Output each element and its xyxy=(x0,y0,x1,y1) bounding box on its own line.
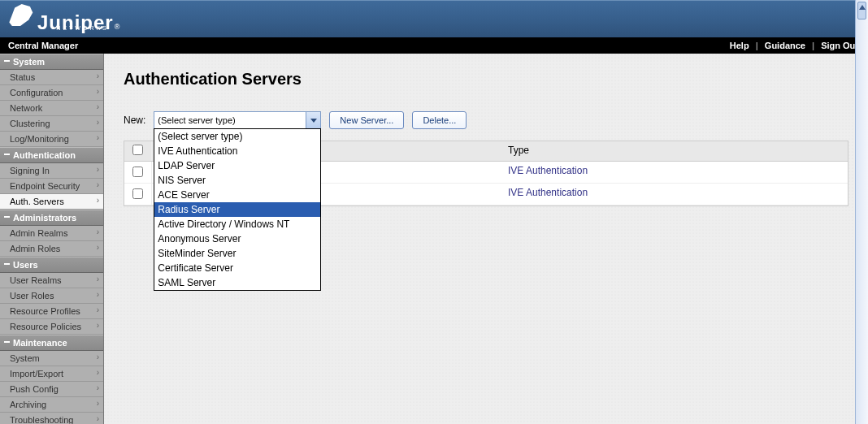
delete-button[interactable]: Delete... xyxy=(412,111,467,129)
sidebar-item[interactable]: Push Config xyxy=(0,382,103,397)
page-title: Authentication Servers xyxy=(124,70,848,89)
guidance-link[interactable]: Guidance xyxy=(765,41,805,50)
sidebar-item[interactable]: Admin Realms xyxy=(0,226,103,241)
td-server-type: IVE Authentication xyxy=(501,184,848,205)
sidebar-item[interactable]: Clustering xyxy=(0,116,103,132)
sidebar-item[interactable]: Import/Export xyxy=(0,366,103,382)
brand-subtitle: NETWORKS xyxy=(56,25,108,31)
registered-mark: ® xyxy=(115,23,120,31)
brand-header: Juniper ® NETWORKS xyxy=(0,0,868,37)
dropdown-option[interactable]: ACE Server xyxy=(154,188,320,202)
sidebar-item[interactable]: Network xyxy=(0,101,103,116)
new-label: New: xyxy=(124,115,145,126)
sidebar-item[interactable]: System xyxy=(0,351,103,366)
row-checkbox[interactable] xyxy=(132,167,143,177)
toolbar: New: (Select server type) (Select server… xyxy=(124,111,848,129)
sidebar-section[interactable]: Authentication xyxy=(0,147,103,163)
scroll-up-icon xyxy=(859,5,866,10)
help-link[interactable]: Help xyxy=(730,41,749,50)
server-type-select-wrapper: (Select server type) (Select server type… xyxy=(154,111,321,129)
dropdown-option[interactable]: (Select server type) xyxy=(154,129,320,144)
dropdown-option[interactable]: Certificate Server xyxy=(154,261,320,275)
dropdown-option[interactable]: Anonymous Server xyxy=(154,231,320,246)
chevron-down-icon xyxy=(306,112,320,128)
th-type: Type xyxy=(501,141,848,161)
sidebar-section[interactable]: Maintenance xyxy=(0,335,103,351)
sidebar-item[interactable]: Resource Policies xyxy=(0,319,103,335)
util-right: Help | Guidance | Sign Out xyxy=(728,41,860,50)
sidebar-item[interactable]: Auth. Servers xyxy=(0,194,103,210)
sidebar-item[interactable]: Admin Roles xyxy=(0,241,103,257)
sidebar-item[interactable]: User Roles xyxy=(0,288,103,304)
separator: | xyxy=(756,41,758,50)
dropdown-option[interactable]: NIS Server xyxy=(154,173,320,188)
th-checkbox xyxy=(124,141,152,161)
sidebar-item[interactable]: Configuration xyxy=(0,85,103,101)
dropdown-option[interactable]: LDAP Server xyxy=(154,158,320,173)
select-all-checkbox[interactable] xyxy=(132,145,143,155)
utility-bar: Central Manager Help | Guidance | Sign O… xyxy=(0,37,868,54)
sidebar-item[interactable]: Archiving xyxy=(0,397,103,413)
dropdown-option[interactable]: IVE Authentication xyxy=(154,144,320,158)
dropdown-option[interactable]: SiteMinder Server xyxy=(154,246,320,261)
juniper-leaf-icon xyxy=(7,3,34,28)
select-value: (Select server type) xyxy=(158,115,235,125)
sidebar-section[interactable]: System xyxy=(0,54,103,70)
separator: | xyxy=(812,41,814,50)
server-type-dropdown: (Select server type)IVE AuthenticationLD… xyxy=(154,128,321,291)
dropdown-option[interactable]: Radius Server xyxy=(154,202,320,217)
sidebar-item[interactable]: Resource Profiles xyxy=(0,304,103,319)
sidebar-item[interactable]: Status xyxy=(0,70,103,85)
brand-logo: Juniper ® NETWORKS xyxy=(7,5,109,34)
sidebar-item[interactable]: Signing In xyxy=(0,163,103,179)
sidebar-nav: SystemStatusConfigurationNetworkClusteri… xyxy=(0,54,104,424)
td-checkbox xyxy=(124,162,152,183)
sidebar-section[interactable]: Users xyxy=(0,257,103,273)
td-checkbox xyxy=(124,184,152,205)
vertical-scrollbar[interactable] xyxy=(855,0,868,424)
sidebar-item[interactable]: Endpoint Security xyxy=(0,179,103,194)
row-checkbox[interactable] xyxy=(132,188,143,199)
util-left: Central Manager xyxy=(8,41,78,50)
dropdown-option[interactable]: Active Directory / Windows NT xyxy=(154,217,320,231)
sidebar-item[interactable]: User Realms xyxy=(0,273,103,288)
dropdown-option[interactable]: SAML Server xyxy=(154,275,320,290)
sidebar-section[interactable]: Administrators xyxy=(0,210,103,226)
signout-link[interactable]: Sign Out xyxy=(821,41,858,50)
sidebar-item[interactable]: Troubleshooting xyxy=(0,413,103,424)
main-content: Authentication Servers New: (Select serv… xyxy=(104,54,868,424)
td-server-type: IVE Authentication xyxy=(501,162,848,183)
server-type-select[interactable]: (Select server type) xyxy=(154,111,321,129)
new-server-button[interactable]: New Server... xyxy=(329,111,404,129)
sidebar-item[interactable]: Log/Monitoring xyxy=(0,132,103,147)
